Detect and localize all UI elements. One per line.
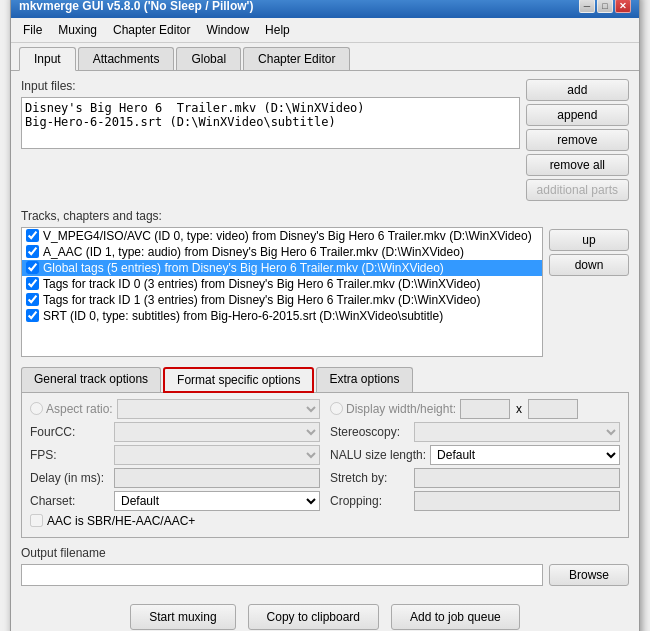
menu-file[interactable]: File — [15, 20, 50, 40]
tracks-buttons: up down — [549, 227, 629, 357]
window-controls: ─ □ ✕ — [579, 0, 631, 13]
display-wh-radio-label: Display width/height: — [330, 402, 456, 416]
input-files-label: Input files: — [21, 79, 520, 93]
track-checkbox[interactable] — [26, 245, 39, 258]
track-label: A_AAC (ID 1, type: audio) from Disney's … — [43, 245, 464, 259]
track-item[interactable]: V_MPEG4/ISO/AVC (ID 0, type: video) from… — [22, 228, 542, 244]
track-checkbox[interactable] — [26, 293, 39, 306]
start-muxing-button[interactable]: Start muxing — [130, 604, 235, 630]
add-button[interactable]: add — [526, 79, 629, 101]
track-checkbox[interactable] — [26, 277, 39, 290]
track-item[interactable]: Global tags (5 entries) from Disney's Bi… — [22, 260, 542, 276]
tab-global[interactable]: Global — [176, 47, 241, 70]
tracks-container: V_MPEG4/ISO/AVC (ID 0, type: video) from… — [21, 227, 629, 357]
title-bar: mkvmerge GUI v5.8.0 ('No Sleep / Pillow'… — [11, 0, 639, 18]
fps-row: FPS: — [30, 445, 320, 465]
options-tabs: General track options Format specific op… — [21, 367, 629, 393]
cropping-row: Cropping: — [330, 491, 620, 511]
nalu-row: NALU size length: Default — [330, 445, 620, 465]
options-left: Aspect ratio: FourCC: FPS: Delay (in ms)… — [30, 399, 320, 531]
track-label: V_MPEG4/ISO/AVC (ID 0, type: video) from… — [43, 229, 532, 243]
down-button[interactable]: down — [549, 254, 629, 276]
minimize-button[interactable]: ─ — [579, 0, 595, 13]
stretch-row: Stretch by: — [330, 468, 620, 488]
output-section: Output filename D:\WinXVideo\Disney's Bi… — [21, 546, 629, 586]
delay-input[interactable] — [114, 468, 320, 488]
aspect-ratio-row: Aspect ratio: — [30, 399, 320, 419]
up-button[interactable]: up — [549, 229, 629, 251]
menu-muxing[interactable]: Muxing — [50, 20, 105, 40]
window-title: mkvmerge GUI v5.8.0 ('No Sleep / Pillow'… — [19, 0, 253, 13]
tracks-section: Tracks, chapters and tags: V_MPEG4/ISO/A… — [21, 209, 629, 357]
output-row: D:\WinXVideo\Disney's Big Hero 6 Trailer… — [21, 564, 629, 586]
input-buttons: add append remove remove all additional … — [526, 79, 629, 201]
x-divider: x — [516, 402, 522, 416]
fourcc-row: FourCC: — [30, 422, 320, 442]
menu-bar: File Muxing Chapter Editor Window Help — [11, 18, 639, 43]
track-item[interactable]: Tags for track ID 0 (3 entries) from Dis… — [22, 276, 542, 292]
display-wh-radio[interactable] — [330, 402, 343, 415]
bottom-buttons: Start muxing Copy to clipboard Add to jo… — [11, 604, 639, 630]
display-wh-row: Display width/height: x — [330, 399, 620, 419]
opt-tab-extra[interactable]: Extra options — [316, 367, 412, 392]
aac-sbr-checkbox[interactable] — [30, 514, 43, 527]
tracks-list: V_MPEG4/ISO/AVC (ID 0, type: video) from… — [21, 227, 543, 357]
stereoscopy-select[interactable] — [414, 422, 620, 442]
track-checkbox[interactable] — [26, 261, 39, 274]
track-checkbox[interactable] — [26, 229, 39, 242]
track-checkbox[interactable] — [26, 309, 39, 322]
display-height-input[interactable] — [528, 399, 578, 419]
menu-chapter-editor[interactable]: Chapter Editor — [105, 20, 198, 40]
input-files-textarea[interactable] — [21, 97, 520, 149]
input-files-section: Input files: add append remove remove al… — [21, 79, 629, 201]
opt-tab-format[interactable]: Format specific options — [163, 367, 314, 393]
tab-attachments[interactable]: Attachments — [78, 47, 175, 70]
aspect-ratio-radio-label: Aspect ratio: — [30, 402, 113, 416]
options-panel: Aspect ratio: FourCC: FPS: Delay (in ms)… — [21, 393, 629, 538]
track-item[interactable]: SRT (ID 0, type: subtitles) from Big-Her… — [22, 308, 542, 324]
fourcc-select[interactable] — [114, 422, 320, 442]
additional-parts-button[interactable]: additional parts — [526, 179, 629, 201]
output-label: Output filename — [21, 546, 629, 560]
stretch-input[interactable] — [414, 468, 620, 488]
aac-sbr-row: AAC is SBR/HE-AAC/AAC+ — [30, 514, 320, 528]
charset-row: Charset: Default — [30, 491, 320, 511]
remove-all-button[interactable]: remove all — [526, 154, 629, 176]
output-filename-input[interactable]: D:\WinXVideo\Disney's Big Hero 6 Trailer… — [21, 564, 543, 586]
stereoscopy-row: Stereoscopy: — [330, 422, 620, 442]
main-window: mkvmerge GUI v5.8.0 ('No Sleep / Pillow'… — [10, 0, 640, 631]
aspect-ratio-radio[interactable] — [30, 402, 43, 415]
copy-clipboard-button[interactable]: Copy to clipboard — [248, 604, 379, 630]
track-label: SRT (ID 0, type: subtitles) from Big-Her… — [43, 309, 443, 323]
close-button[interactable]: ✕ — [615, 0, 631, 13]
track-item[interactable]: A_AAC (ID 1, type: audio) from Disney's … — [22, 244, 542, 260]
maximize-button[interactable]: □ — [597, 0, 613, 13]
delay-row: Delay (in ms): — [30, 468, 320, 488]
input-files-container: Input files: — [21, 79, 520, 201]
track-label: Tags for track ID 0 (3 entries) from Dis… — [43, 277, 481, 291]
menu-window[interactable]: Window — [198, 20, 257, 40]
display-width-input[interactable] — [460, 399, 510, 419]
track-label: Tags for track ID 1 (3 entries) from Dis… — [43, 293, 481, 307]
fps-select[interactable] — [114, 445, 320, 465]
options-right: Display width/height: x Stereoscopy: NAL… — [330, 399, 620, 531]
menu-help[interactable]: Help — [257, 20, 298, 40]
tab-chapter-editor[interactable]: Chapter Editor — [243, 47, 350, 70]
aspect-ratio-select[interactable] — [117, 399, 320, 419]
nalu-select[interactable]: Default — [430, 445, 620, 465]
charset-select[interactable]: Default — [114, 491, 320, 511]
append-button[interactable]: append — [526, 104, 629, 126]
browse-button[interactable]: Browse — [549, 564, 629, 586]
main-tabs: Input Attachments Global Chapter Editor — [11, 43, 639, 71]
tab-input[interactable]: Input — [19, 47, 76, 71]
opt-tab-general[interactable]: General track options — [21, 367, 161, 392]
content-area: Input files: add append remove remove al… — [11, 71, 639, 594]
track-label: Global tags (5 entries) from Disney's Bi… — [43, 261, 444, 275]
cropping-input[interactable] — [414, 491, 620, 511]
tracks-label: Tracks, chapters and tags: — [21, 209, 629, 223]
remove-button[interactable]: remove — [526, 129, 629, 151]
add-job-queue-button[interactable]: Add to job queue — [391, 604, 520, 630]
track-item[interactable]: Tags for track ID 1 (3 entries) from Dis… — [22, 292, 542, 308]
